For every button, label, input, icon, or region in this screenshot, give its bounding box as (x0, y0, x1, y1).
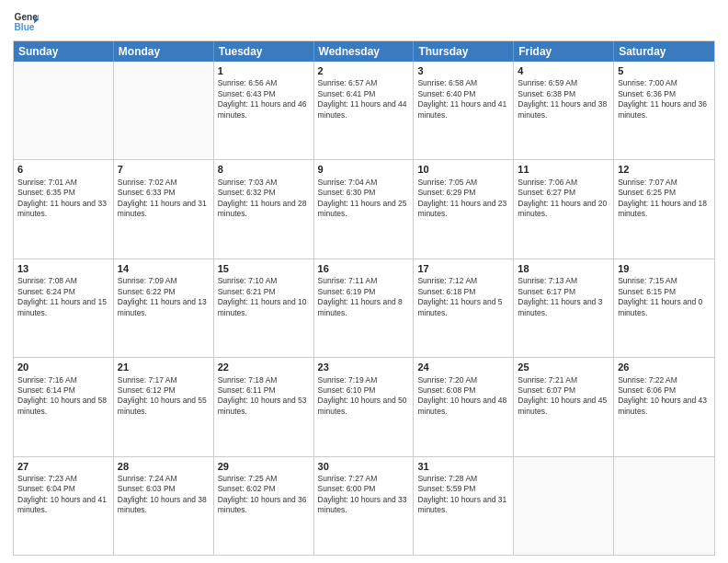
day-number: 8 (218, 163, 310, 176)
calendar-cell: 13Sunrise: 7:08 AM Sunset: 6:24 PM Dayli… (14, 259, 114, 357)
day-number: 10 (417, 163, 509, 176)
calendar-cell: 17Sunrise: 7:12 AM Sunset: 6:18 PM Dayli… (414, 259, 514, 357)
calendar-cell: 30Sunrise: 7:27 AM Sunset: 6:00 PM Dayli… (314, 457, 415, 555)
day-number: 17 (417, 262, 509, 275)
day-number: 21 (118, 361, 210, 373)
day-number: 27 (17, 460, 109, 473)
day-number: 26 (618, 361, 711, 373)
calendar-cell: 22Sunrise: 7:18 AM Sunset: 6:11 PM Dayli… (214, 358, 314, 455)
calendar-cell: 19Sunrise: 7:15 AM Sunset: 6:15 PM Dayli… (614, 259, 714, 357)
day-number: 4 (518, 64, 609, 77)
calendar-cell: 28Sunrise: 7:24 AM Sunset: 6:03 PM Dayli… (114, 457, 214, 555)
day-number: 15 (218, 262, 310, 275)
day-info: Sunrise: 7:11 AM Sunset: 6:19 PM Dayligh… (318, 276, 410, 318)
day-number: 13 (17, 262, 109, 275)
calendar-cell: 7Sunrise: 7:02 AM Sunset: 6:33 PM Daylig… (114, 160, 214, 258)
calendar-header-cell: Tuesday (214, 41, 314, 62)
calendar-cell: 25Sunrise: 7:21 AM Sunset: 6:07 PM Dayli… (514, 358, 614, 455)
day-info: Sunrise: 7:20 AM Sunset: 6:08 PM Dayligh… (417, 375, 509, 418)
calendar-cell: 26Sunrise: 7:22 AM Sunset: 6:06 PM Dayli… (614, 358, 714, 455)
calendar-body: 1Sunrise: 6:56 AM Sunset: 6:43 PM Daylig… (14, 62, 714, 555)
calendar-header: SundayMondayTuesdayWednesdayThursdayFrid… (14, 41, 714, 62)
day-info: Sunrise: 7:02 AM Sunset: 6:33 PM Dayligh… (118, 178, 210, 220)
calendar-cell: 6Sunrise: 7:01 AM Sunset: 6:35 PM Daylig… (14, 160, 114, 258)
day-info: Sunrise: 7:16 AM Sunset: 6:14 PM Dayligh… (17, 375, 109, 418)
calendar-week-row: 6Sunrise: 7:01 AM Sunset: 6:35 PM Daylig… (14, 160, 714, 259)
calendar-cell: 8Sunrise: 7:03 AM Sunset: 6:32 PM Daylig… (214, 160, 314, 258)
calendar-cell: 20Sunrise: 7:16 AM Sunset: 6:14 PM Dayli… (14, 358, 114, 455)
day-number: 5 (618, 64, 711, 77)
calendar-cell: 14Sunrise: 7:09 AM Sunset: 6:22 PM Dayli… (114, 259, 214, 357)
calendar-cell: 2Sunrise: 6:57 AM Sunset: 6:41 PM Daylig… (314, 62, 415, 159)
calendar-cell: 29Sunrise: 7:25 AM Sunset: 6:02 PM Dayli… (214, 457, 314, 555)
day-number: 11 (518, 163, 609, 176)
day-info: Sunrise: 7:15 AM Sunset: 6:15 PM Dayligh… (618, 276, 711, 318)
calendar-cell: 4Sunrise: 6:59 AM Sunset: 6:38 PM Daylig… (514, 62, 614, 159)
day-info: Sunrise: 7:06 AM Sunset: 6:27 PM Dayligh… (518, 178, 609, 220)
calendar-week-row: 20Sunrise: 7:16 AM Sunset: 6:14 PM Dayli… (14, 358, 714, 456)
calendar-cell: 16Sunrise: 7:11 AM Sunset: 6:19 PM Dayli… (314, 259, 415, 357)
day-info: Sunrise: 7:08 AM Sunset: 6:24 PM Dayligh… (17, 276, 109, 318)
day-info: Sunrise: 7:00 AM Sunset: 6:36 PM Dayligh… (618, 78, 711, 121)
day-number: 22 (218, 361, 310, 373)
day-info: Sunrise: 7:03 AM Sunset: 6:32 PM Dayligh… (218, 178, 310, 220)
day-number: 24 (417, 361, 509, 373)
day-number: 9 (318, 163, 410, 176)
day-number: 7 (118, 163, 210, 176)
day-info: Sunrise: 7:22 AM Sunset: 6:06 PM Dayligh… (618, 375, 711, 418)
day-info: Sunrise: 7:05 AM Sunset: 6:29 PM Dayligh… (417, 178, 509, 220)
day-number: 28 (118, 460, 210, 473)
day-number: 25 (518, 361, 609, 373)
day-info: Sunrise: 7:28 AM Sunset: 5:59 PM Dayligh… (417, 474, 509, 516)
day-info: Sunrise: 7:19 AM Sunset: 6:10 PM Dayligh… (318, 375, 410, 418)
calendar-header-cell: Saturday (614, 41, 714, 62)
day-number: 16 (318, 262, 410, 275)
day-info: Sunrise: 6:56 AM Sunset: 6:43 PM Dayligh… (218, 78, 310, 121)
calendar-header-cell: Friday (514, 41, 614, 62)
calendar-week-row: 27Sunrise: 7:23 AM Sunset: 6:04 PM Dayli… (14, 457, 714, 555)
calendar-header-cell: Thursday (414, 41, 514, 62)
calendar-cell: 31Sunrise: 7:28 AM Sunset: 5:59 PM Dayli… (414, 457, 514, 555)
day-info: Sunrise: 6:58 AM Sunset: 6:40 PM Dayligh… (417, 78, 509, 121)
calendar-cell: 11Sunrise: 7:06 AM Sunset: 6:27 PM Dayli… (514, 160, 614, 258)
calendar-cell: 1Sunrise: 6:56 AM Sunset: 6:43 PM Daylig… (214, 62, 314, 159)
day-number: 2 (318, 64, 410, 77)
calendar-week-row: 13Sunrise: 7:08 AM Sunset: 6:24 PM Dayli… (14, 259, 714, 358)
day-number: 18 (518, 262, 609, 275)
calendar-header-cell: Wednesday (314, 41, 415, 62)
day-info: Sunrise: 7:24 AM Sunset: 6:03 PM Dayligh… (118, 474, 210, 516)
day-number: 20 (17, 361, 109, 373)
day-number: 3 (417, 64, 509, 77)
day-info: Sunrise: 7:12 AM Sunset: 6:18 PM Dayligh… (417, 276, 509, 318)
day-info: Sunrise: 7:23 AM Sunset: 6:04 PM Dayligh… (17, 474, 109, 516)
day-info: Sunrise: 7:25 AM Sunset: 6:02 PM Dayligh… (218, 474, 310, 516)
day-info: Sunrise: 6:59 AM Sunset: 6:38 PM Dayligh… (518, 78, 609, 121)
calendar-cell: 3Sunrise: 6:58 AM Sunset: 6:40 PM Daylig… (414, 62, 514, 159)
day-info: Sunrise: 7:01 AM Sunset: 6:35 PM Dayligh… (17, 178, 109, 220)
day-number: 1 (218, 64, 310, 77)
day-info: Sunrise: 7:10 AM Sunset: 6:21 PM Dayligh… (218, 276, 310, 318)
calendar-cell: 23Sunrise: 7:19 AM Sunset: 6:10 PM Dayli… (314, 358, 415, 455)
day-number: 19 (618, 262, 711, 275)
header: General Blue (13, 9, 715, 35)
day-number: 12 (618, 163, 711, 176)
day-info: Sunrise: 7:21 AM Sunset: 6:07 PM Dayligh… (518, 375, 609, 418)
page: General Blue SundayMondayTuesdayWednesda… (0, 0, 728, 563)
day-info: Sunrise: 7:13 AM Sunset: 6:17 PM Dayligh… (518, 276, 609, 318)
logo-icon: General Blue (13, 9, 39, 35)
calendar-cell (14, 62, 114, 159)
calendar-cell: 9Sunrise: 7:04 AM Sunset: 6:30 PM Daylig… (314, 160, 415, 258)
calendar-header-cell: Monday (114, 41, 214, 62)
day-info: Sunrise: 7:27 AM Sunset: 6:00 PM Dayligh… (318, 474, 410, 516)
day-number: 23 (318, 361, 410, 373)
calendar-cell: 10Sunrise: 7:05 AM Sunset: 6:29 PM Dayli… (414, 160, 514, 258)
day-info: Sunrise: 7:04 AM Sunset: 6:30 PM Dayligh… (318, 178, 410, 220)
day-number: 30 (318, 460, 410, 473)
day-info: Sunrise: 7:17 AM Sunset: 6:12 PM Dayligh… (118, 375, 210, 418)
day-info: Sunrise: 6:57 AM Sunset: 6:41 PM Dayligh… (318, 78, 410, 121)
logo: General Blue (13, 9, 39, 35)
day-number: 6 (17, 163, 109, 176)
calendar-cell: 27Sunrise: 7:23 AM Sunset: 6:04 PM Dayli… (14, 457, 114, 555)
calendar-cell: 18Sunrise: 7:13 AM Sunset: 6:17 PM Dayli… (514, 259, 614, 357)
calendar-week-row: 1Sunrise: 6:56 AM Sunset: 6:43 PM Daylig… (14, 62, 714, 160)
